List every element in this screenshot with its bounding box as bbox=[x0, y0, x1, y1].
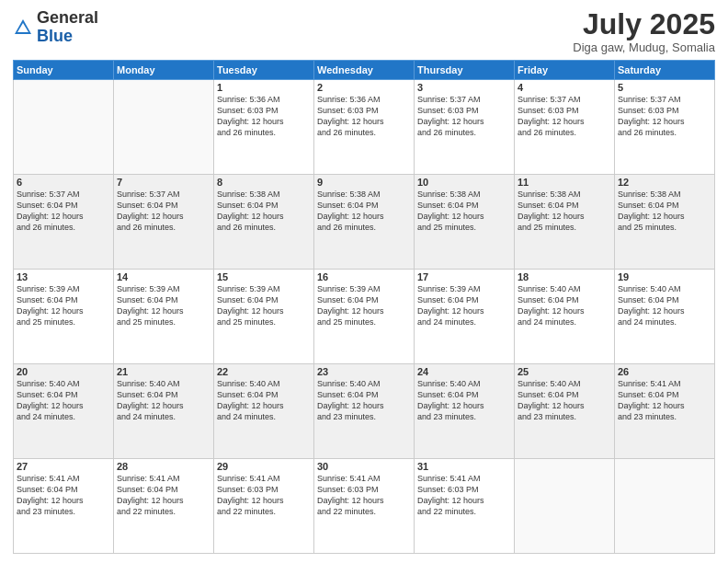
day-number: 31 bbox=[417, 461, 511, 472]
day-info-text: and 26 minutes. bbox=[217, 127, 311, 138]
day-info-text: Daylight: 12 hours bbox=[518, 211, 611, 222]
day-info-text: Sunrise: 5:40 AM bbox=[417, 378, 511, 389]
calendar-week-row: 13Sunrise: 5:39 AMSunset: 6:04 PMDayligh… bbox=[14, 270, 715, 364]
calendar-header-cell: Monday bbox=[114, 61, 214, 80]
calendar-day-cell: 3Sunrise: 5:37 AMSunset: 6:03 PMDaylight… bbox=[415, 80, 515, 175]
day-info-text: Daylight: 12 hours bbox=[317, 211, 411, 222]
page: General Blue July 2025 Diga gaw, Mudug, … bbox=[0, 0, 728, 563]
day-info-text: Sunrise: 5:38 AM bbox=[417, 189, 511, 200]
day-info-text: Sunset: 6:03 PM bbox=[317, 484, 411, 495]
day-info-text: Daylight: 12 hours bbox=[417, 305, 511, 316]
day-info-text: and 26 minutes. bbox=[17, 222, 110, 233]
day-info-text: Sunrise: 5:39 AM bbox=[317, 283, 411, 294]
calendar-day-cell: 16Sunrise: 5:39 AMSunset: 6:04 PMDayligh… bbox=[314, 270, 415, 364]
day-info-text: Daylight: 12 hours bbox=[17, 211, 110, 222]
calendar-day-cell: 20Sunrise: 5:40 AMSunset: 6:04 PMDayligh… bbox=[14, 364, 114, 459]
day-info-text: Sunset: 6:04 PM bbox=[17, 200, 110, 211]
logo-text: General Blue bbox=[37, 9, 98, 46]
day-number: 27 bbox=[17, 461, 110, 472]
day-number: 6 bbox=[17, 177, 110, 188]
day-info-text: Sunset: 6:04 PM bbox=[417, 200, 511, 211]
day-info-text: and 25 minutes. bbox=[217, 316, 311, 327]
day-number: 19 bbox=[618, 271, 711, 282]
day-info-text: Sunset: 6:04 PM bbox=[518, 389, 611, 400]
day-info-text: Daylight: 12 hours bbox=[317, 305, 411, 316]
day-info-text: Sunset: 6:03 PM bbox=[618, 105, 711, 116]
day-info-text: Sunset: 6:04 PM bbox=[317, 389, 411, 400]
day-number: 11 bbox=[518, 177, 611, 188]
day-info-text: Daylight: 12 hours bbox=[618, 400, 711, 411]
calendar-day-cell bbox=[615, 459, 715, 554]
calendar-day-cell: 11Sunrise: 5:38 AMSunset: 6:04 PMDayligh… bbox=[515, 175, 615, 270]
day-info-text: Sunrise: 5:39 AM bbox=[417, 283, 511, 294]
day-info-text: and 24 minutes. bbox=[417, 316, 511, 327]
day-info-text: and 23 minutes. bbox=[518, 411, 611, 422]
day-info-text: and 22 minutes. bbox=[217, 506, 311, 517]
calendar-day-cell: 21Sunrise: 5:40 AMSunset: 6:04 PMDayligh… bbox=[114, 364, 214, 459]
calendar-header-cell: Thursday bbox=[415, 61, 515, 80]
day-info-text: Daylight: 12 hours bbox=[417, 116, 511, 127]
calendar-day-cell: 22Sunrise: 5:40 AMSunset: 6:04 PMDayligh… bbox=[214, 364, 314, 459]
day-info-text: Sunrise: 5:38 AM bbox=[317, 189, 411, 200]
day-info-text: Sunrise: 5:41 AM bbox=[17, 473, 110, 484]
calendar-day-cell: 31Sunrise: 5:41 AMSunset: 6:03 PMDayligh… bbox=[415, 459, 515, 554]
calendar-week-row: 1Sunrise: 5:36 AMSunset: 6:03 PMDaylight… bbox=[14, 80, 715, 175]
day-number: 20 bbox=[17, 366, 110, 377]
day-info-text: Sunrise: 5:38 AM bbox=[217, 189, 311, 200]
title-section: July 2025 Diga gaw, Mudug, Somalia bbox=[573, 9, 715, 54]
day-info-text: Sunrise: 5:41 AM bbox=[317, 473, 411, 484]
day-info-text: Daylight: 12 hours bbox=[417, 211, 511, 222]
day-info-text: Sunset: 6:04 PM bbox=[317, 200, 411, 211]
calendar-day-cell bbox=[114, 80, 214, 175]
day-info-text: and 25 minutes. bbox=[618, 222, 711, 233]
day-number: 26 bbox=[618, 366, 711, 377]
day-info-text: and 26 minutes. bbox=[317, 127, 411, 138]
day-number: 28 bbox=[117, 461, 210, 472]
day-info-text: Sunrise: 5:41 AM bbox=[117, 473, 210, 484]
day-info-text: and 26 minutes. bbox=[317, 222, 411, 233]
day-info-text: Sunrise: 5:37 AM bbox=[618, 94, 711, 105]
calendar-header-cell: Sunday bbox=[14, 61, 114, 80]
day-info-text: Sunset: 6:04 PM bbox=[217, 389, 311, 400]
day-number: 16 bbox=[317, 271, 411, 282]
day-info-text: and 24 minutes. bbox=[518, 316, 611, 327]
day-info-text: Sunrise: 5:39 AM bbox=[217, 283, 311, 294]
month-year-title: July 2025 bbox=[573, 9, 715, 39]
calendar-header-cell: Saturday bbox=[615, 61, 715, 80]
day-info-text: Sunset: 6:04 PM bbox=[518, 200, 611, 211]
day-info-text: Sunset: 6:04 PM bbox=[618, 389, 711, 400]
day-info-text: Daylight: 12 hours bbox=[618, 211, 711, 222]
day-info-text: and 26 minutes. bbox=[618, 127, 711, 138]
location-text: Diga gaw, Mudug, Somalia bbox=[573, 40, 715, 54]
header: General Blue July 2025 Diga gaw, Mudug, … bbox=[13, 9, 715, 54]
day-info-text: Sunset: 6:04 PM bbox=[17, 389, 110, 400]
day-info-text: and 25 minutes. bbox=[17, 316, 110, 327]
day-info-text: Sunset: 6:04 PM bbox=[618, 200, 711, 211]
day-info-text: Sunset: 6:03 PM bbox=[417, 484, 511, 495]
calendar-day-cell: 13Sunrise: 5:39 AMSunset: 6:04 PMDayligh… bbox=[14, 270, 114, 364]
day-info-text: Sunrise: 5:38 AM bbox=[518, 189, 611, 200]
day-info-text: Daylight: 12 hours bbox=[17, 400, 110, 411]
day-info-text: Daylight: 12 hours bbox=[217, 211, 311, 222]
day-info-text: Sunrise: 5:41 AM bbox=[417, 473, 511, 484]
calendar-day-cell: 7Sunrise: 5:37 AMSunset: 6:04 PMDaylight… bbox=[114, 175, 214, 270]
day-info-text: Sunrise: 5:40 AM bbox=[518, 378, 611, 389]
day-info-text: Daylight: 12 hours bbox=[117, 305, 210, 316]
day-info-text: Sunset: 6:04 PM bbox=[217, 294, 311, 305]
calendar-day-cell: 28Sunrise: 5:41 AMSunset: 6:04 PMDayligh… bbox=[114, 459, 214, 554]
day-info-text: Daylight: 12 hours bbox=[518, 400, 611, 411]
day-info-text: Sunset: 6:03 PM bbox=[518, 105, 611, 116]
calendar-day-cell: 4Sunrise: 5:37 AMSunset: 6:03 PMDaylight… bbox=[515, 80, 615, 175]
day-info-text: and 26 minutes. bbox=[417, 127, 511, 138]
day-info-text: Daylight: 12 hours bbox=[17, 305, 110, 316]
calendar-day-cell: 26Sunrise: 5:41 AMSunset: 6:04 PMDayligh… bbox=[615, 364, 715, 459]
day-number: 29 bbox=[217, 461, 311, 472]
day-info-text: Sunset: 6:04 PM bbox=[417, 389, 511, 400]
logo-blue-text: Blue bbox=[37, 28, 98, 46]
day-info-text: and 24 minutes. bbox=[217, 411, 311, 422]
day-info-text: and 26 minutes. bbox=[518, 127, 611, 138]
day-info-text: Sunrise: 5:39 AM bbox=[117, 283, 210, 294]
day-info-text: Sunrise: 5:40 AM bbox=[618, 283, 711, 294]
day-number: 10 bbox=[417, 177, 511, 188]
day-info-text: Daylight: 12 hours bbox=[518, 305, 611, 316]
